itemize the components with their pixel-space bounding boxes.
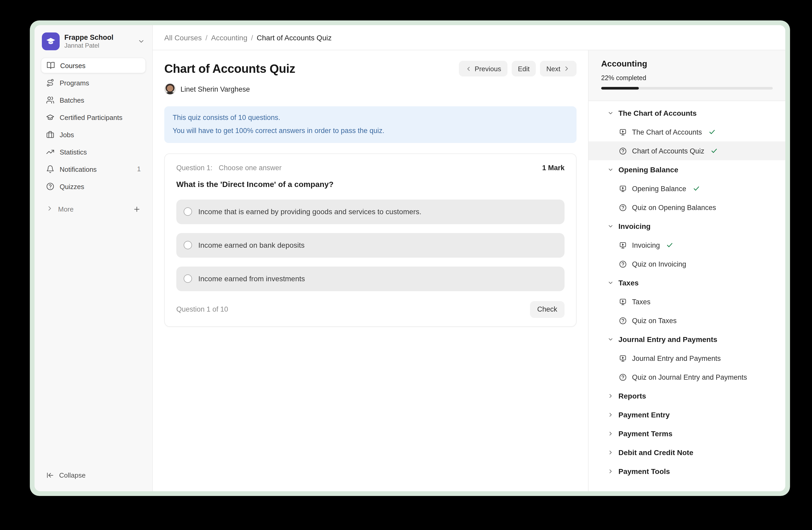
lesson-icon	[619, 128, 627, 136]
workspace-switcher[interactable]: Frappe School Jannat Patel	[42, 32, 146, 50]
answer-option-label: Income that is earned by providing goods…	[198, 208, 421, 216]
question-footer: Question 1 of 10 Check	[176, 301, 565, 318]
previous-button[interactable]: Previous	[459, 61, 508, 76]
question-text: What is the 'Direct Income' of a company…	[176, 180, 565, 189]
quiz-icon	[619, 373, 627, 381]
edit-button[interactable]: Edit	[512, 61, 536, 76]
outline-section-opening-balance[interactable]: Opening Balance	[589, 160, 785, 179]
sidebar-item-certified-participants[interactable]: Certified Participants	[41, 110, 146, 125]
right-part: All Courses/Accounting/Chart of Accounts…	[153, 25, 785, 491]
check-button[interactable]: Check	[530, 301, 565, 318]
answer-option[interactable]: Income earned on bank deposits	[176, 233, 565, 258]
completed-check-icon	[708, 128, 715, 136]
question-instruction: Choose one answer	[219, 164, 281, 172]
quiz-info-line: This quiz consists of 10 questions.	[173, 112, 568, 125]
add-icon[interactable]	[133, 205, 141, 213]
outline-item-label: Quiz on Opening Balances	[632, 204, 716, 211]
sidebar-item-batches[interactable]: Batches	[41, 92, 146, 108]
workspace-user: Jannat Patel	[64, 42, 133, 49]
graduation-cap-icon	[46, 113, 54, 122]
radio-button-icon[interactable]	[184, 241, 192, 250]
content-row: Chart of Accounts Quiz Previous Edit	[153, 50, 785, 491]
completed-check-icon	[666, 241, 673, 249]
quiz-icon	[619, 147, 627, 155]
chevron-down-icon	[137, 38, 145, 45]
answer-option-label: Income earned from investments	[198, 275, 305, 283]
route-icon	[46, 79, 54, 87]
breadcrumb-separator: /	[205, 33, 207, 42]
page-header: Chart of Accounts Quiz Previous Edit	[164, 61, 577, 76]
question-marks: 1 Mark	[542, 164, 565, 172]
course-progress-text: 22% completed	[601, 74, 773, 82]
main-content: Chart of Accounts Quiz Previous Edit	[153, 50, 588, 491]
bell-icon	[46, 165, 54, 173]
sidebar-item-label: Statistics	[60, 148, 87, 156]
outline-quiz-quiz-on-invoicing[interactable]: Quiz on Invoicing	[589, 254, 785, 274]
chevron-right-icon	[46, 205, 53, 213]
users-icon	[46, 96, 54, 104]
question-number: Question 1:	[176, 164, 213, 172]
outline-section-debit-and-credit-note[interactable]: Debit and Credit Note	[589, 443, 785, 462]
answer-option[interactable]: Income that is earned by providing goods…	[176, 199, 565, 224]
sidebar-item-jobs[interactable]: Jobs	[41, 127, 146, 142]
question-header: Question 1: Choose one answer 1 Mark	[176, 164, 565, 172]
outline-lesson-invoicing[interactable]: Invoicing	[589, 236, 785, 254]
outline-section-payment-terms[interactable]: Payment Terms	[589, 424, 785, 443]
course-progress-bar	[601, 87, 773, 89]
outline-quiz-chart-of-accounts-quiz[interactable]: Chart of Accounts Quiz	[589, 141, 785, 160]
outline-lesson-opening-balance[interactable]: Opening Balance	[589, 179, 785, 198]
outline-lesson-journal-entry-and-payments[interactable]: Journal Entry and Payments	[589, 349, 785, 368]
sidebar-item-programs[interactable]: Programs	[41, 75, 146, 90]
breadcrumb-separator: /	[251, 33, 253, 42]
sidebar-item-label: Batches	[60, 96, 84, 104]
answer-option[interactable]: Income earned from investments	[176, 267, 565, 291]
collapse-sidebar-button[interactable]: Collapse	[41, 467, 146, 483]
sidebar-item-quizzes[interactable]: Quizzes	[41, 179, 146, 194]
next-button[interactable]: Next	[540, 61, 577, 76]
chevron-right-icon	[607, 449, 614, 456]
sidebar-item-statistics[interactable]: Statistics	[41, 144, 146, 160]
radio-button-icon[interactable]	[184, 208, 192, 216]
sidebar-item-notifications[interactable]: Notifications1	[41, 161, 146, 177]
workspace-title: Frappe School	[64, 33, 133, 41]
chevron-down-icon	[607, 336, 614, 343]
outline-item-label: Invoicing	[632, 241, 660, 249]
frappe-school-logo-icon	[42, 32, 60, 50]
radio-button-icon[interactable]	[184, 275, 192, 283]
breadcrumb-link-accounting[interactable]: Accounting	[211, 33, 247, 42]
outline-section-label: Invoicing	[619, 222, 651, 231]
lesson-icon	[619, 298, 627, 306]
sidebar-item-more[interactable]: More	[41, 201, 146, 216]
lesson-icon	[619, 241, 627, 249]
outline-item-label: The Chart of Accounts	[632, 128, 702, 136]
outline-item-label: Taxes	[632, 298, 651, 306]
outline-section-reports[interactable]: Reports	[589, 387, 785, 405]
outline-lesson-the-chart-of-accounts[interactable]: The Chart of Accounts	[589, 123, 785, 141]
outline-quiz-quiz-on-opening-balances[interactable]: Quiz on Opening Balances	[589, 198, 785, 217]
outline-section-journal-entry-and-payments[interactable]: Journal Entry and Payments	[589, 330, 785, 349]
outline-section-payment-entry[interactable]: Payment Entry	[589, 405, 785, 424]
outline-section-label: Payment Tools	[619, 467, 670, 476]
sidebar-nav: CoursesProgramsBatchesCertified Particip…	[34, 57, 152, 194]
outline-section-the-chart-of-accounts[interactable]: The Chart of Accounts	[589, 104, 785, 123]
outline-section-label: The Chart of Accounts	[619, 109, 697, 117]
outline-lesson-taxes[interactable]: Taxes	[589, 292, 785, 311]
breadcrumb-link-all-courses[interactable]: All Courses	[164, 33, 202, 42]
lesson-icon	[619, 185, 627, 193]
chevron-left-icon	[465, 65, 472, 72]
outline-quiz-quiz-on-journal-entry-and-payments[interactable]: Quiz on Journal Entry and Payments	[589, 368, 785, 387]
outline-section-taxes[interactable]: Taxes	[589, 274, 785, 292]
outline-item-label: Journal Entry and Payments	[632, 354, 721, 362]
breadcrumb: All Courses/Accounting/Chart of Accounts…	[164, 33, 332, 42]
sidebar-item-label: Courses	[60, 61, 86, 69]
trending-up-icon	[46, 148, 54, 156]
chevron-down-icon	[607, 223, 614, 229]
outline-section-payment-tools[interactable]: Payment Tools	[589, 462, 785, 481]
course-panel-header: Accounting 22% completed	[589, 50, 785, 101]
sidebar-item-courses[interactable]: Courses	[41, 58, 146, 73]
outline-section-label: Opening Balance	[619, 166, 678, 174]
completed-check-icon	[710, 147, 718, 154]
outline-section-invoicing[interactable]: Invoicing	[589, 217, 785, 236]
outline-quiz-quiz-on-taxes[interactable]: Quiz on Taxes	[589, 311, 785, 330]
course-outline-panel: Accounting 22% completed The Chart of Ac…	[588, 50, 785, 491]
